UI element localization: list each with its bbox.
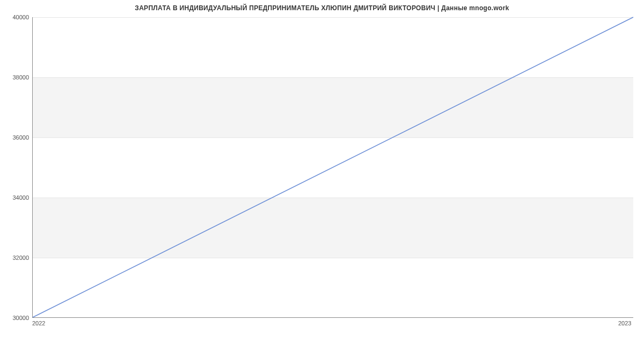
x-tick-label: 2022 — [32, 320, 45, 326]
salary-chart: ЗАРПЛАТА В ИНДИВИДУАЛЬНЫЙ ПРЕДПРИНИМАТЕЛ… — [0, 0, 644, 349]
line-layer — [33, 17, 633, 317]
y-tick-label: 32000 — [2, 255, 29, 261]
plot-area — [32, 17, 633, 318]
y-tick-label: 34000 — [2, 194, 29, 201]
y-tick-label: 36000 — [2, 134, 29, 141]
y-tick-label: 38000 — [2, 74, 29, 81]
series-line — [33, 17, 633, 317]
chart-title: ЗАРПЛАТА В ИНДИВИДУАЛЬНЫЙ ПРЕДПРИНИМАТЕЛ… — [0, 4, 644, 12]
y-tick-label: 30000 — [2, 315, 29, 321]
y-tick-label: 40000 — [2, 14, 29, 20]
x-tick-label: 2023 — [618, 320, 631, 326]
